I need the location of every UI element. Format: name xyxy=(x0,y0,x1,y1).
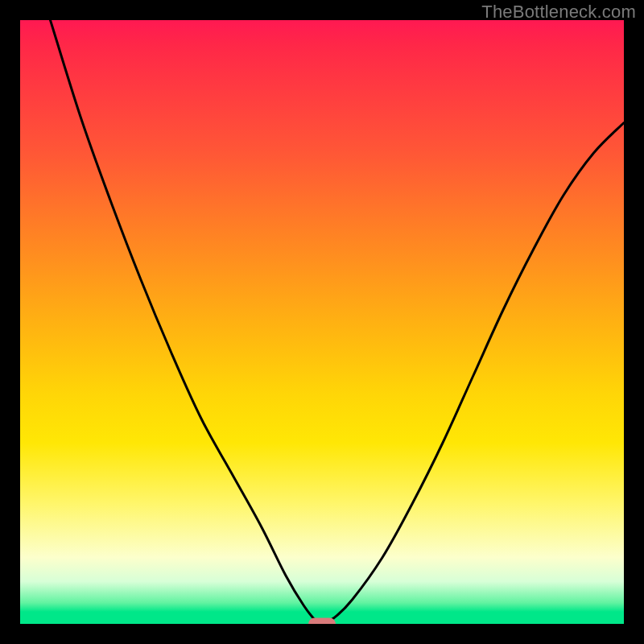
chart-frame: TheBottleneck.com xyxy=(0,0,644,644)
optimal-marker xyxy=(308,618,336,625)
bottleneck-curve xyxy=(20,20,624,624)
plot-area xyxy=(20,20,624,624)
